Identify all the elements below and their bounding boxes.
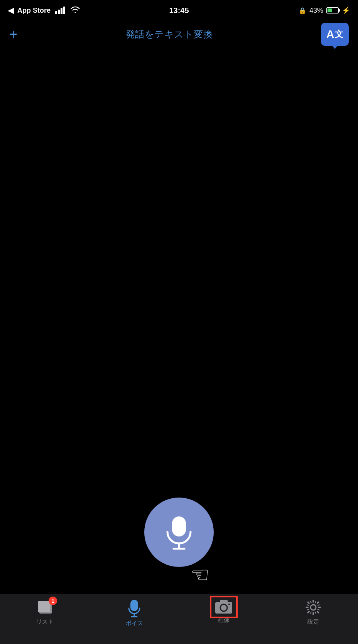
tab-list-label: リスト [36,618,54,626]
status-bar: ◀ App Store 13:45 🔒 43% ⚡ [0,0,358,21]
voice-icon-container [127,599,141,617]
camera-icon [214,599,233,614]
status-left: ◀ App Store [8,5,80,15]
translate-a-label: A [326,28,334,40]
status-time: 13:45 [169,6,189,15]
microphone-icon [164,515,194,550]
settings-icon-container [305,599,322,616]
tab-bar: 1 リスト ボイス 画像 [0,594,358,644]
svg-rect-5 [130,600,138,611]
tab-image-label: 画像 [218,617,230,624]
svg-rect-0 [172,516,186,536]
back-arrow-icon: ◀ [8,5,14,15]
status-right: 🔒 43% ⚡ [299,6,350,15]
lock-icon: 🔒 [299,7,306,14]
page-title: 発話をテキスト変換 [126,28,213,40]
list-badge: 1 [49,597,57,605]
translate-kanji-label: 文 [335,29,343,40]
svg-point-10 [222,606,226,610]
svg-point-13 [311,605,316,610]
list-icon-container: 1 [36,599,53,616]
mic-button[interactable] [144,498,214,567]
carrier-label: App Store [17,7,51,15]
mic-tab-icon [127,599,141,617]
charging-icon: ⚡ [342,6,350,15]
translate-icon-inner: A 文 [326,28,343,40]
tab-settings-label: 設定 [307,618,319,626]
svg-point-12 [228,604,230,605]
battery-icon [326,7,339,13]
nav-bar: + 発話をテキスト変換 A 文 [0,21,358,48]
gear-icon [305,599,322,616]
svg-rect-4 [38,601,50,612]
hand-cursor-icon: ☞ [191,562,209,587]
svg-rect-11 [220,600,228,603]
tab-list[interactable]: 1 リスト [25,599,64,626]
translate-icon-button[interactable]: A 文 [321,23,349,46]
add-button[interactable]: + [9,27,17,41]
tab-voice-label: ボイス [126,620,143,627]
tab-image[interactable]: 画像 [204,599,243,624]
translate-arrow-icon [332,45,338,49]
tab-voice[interactable]: ボイス [115,599,154,627]
wifi-icon [71,6,80,15]
tab-settings[interactable]: 設定 [294,599,333,626]
signal-icon [55,7,65,14]
battery-percent: 43% [309,7,323,15]
image-icon-container [214,599,233,614]
